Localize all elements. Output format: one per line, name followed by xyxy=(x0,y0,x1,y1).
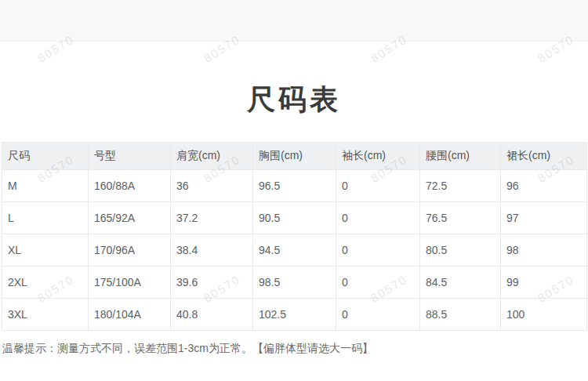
table-cell: 0 xyxy=(336,234,420,267)
column-header: 裙长(cm) xyxy=(501,143,587,170)
table-cell: 0 xyxy=(336,170,420,202)
table-row: M160/88A3696.5072.596 xyxy=(2,170,587,202)
table-cell: 102.5 xyxy=(253,299,336,331)
table-cell: L xyxy=(2,202,89,234)
column-header: 胸围(cm) xyxy=(253,143,336,170)
table-cell: 99 xyxy=(501,267,587,299)
table-cell: 38.4 xyxy=(171,234,253,267)
table-row: XL170/96A38.494.5080.598 xyxy=(2,234,587,267)
column-header: 号型 xyxy=(89,143,171,170)
table-cell: 100 xyxy=(501,299,587,331)
table-cell: 160/88A xyxy=(89,170,171,202)
table-cell: 96 xyxy=(501,170,587,202)
table-row: 2XL175/100A39.698.5084.599 xyxy=(2,267,587,299)
table-cell: 98 xyxy=(501,234,587,267)
table-cell: 2XL xyxy=(2,267,89,299)
table-cell: 98.5 xyxy=(253,267,336,299)
column-header: 袖长(cm) xyxy=(336,143,420,170)
tip-note: 温馨提示：测量方式不同，误差范围1-3cm为正常。【偏胖体型请选大一码】 xyxy=(2,342,373,356)
table-cell: 3XL xyxy=(2,299,89,331)
column-header: 腰围(cm) xyxy=(420,143,501,170)
table-cell: 76.5 xyxy=(420,202,501,234)
table-row: L165/92A37.290.5076.597 xyxy=(2,202,587,234)
table-cell: 40.8 xyxy=(171,299,253,331)
size-chart-table: 尺码号型肩宽(cm)胸围(cm)袖长(cm)腰围(cm)裙长(cm) M160/… xyxy=(2,142,587,331)
table-cell: XL xyxy=(2,234,89,267)
table-cell: 39.6 xyxy=(171,267,253,299)
table-cell: 84.5 xyxy=(420,267,501,299)
table-row: 3XL180/104A40.8102.5088.5100 xyxy=(2,299,587,331)
table-cell: 165/92A xyxy=(89,202,171,234)
table-cell: 94.5 xyxy=(253,234,336,267)
table-cell: 180/104A xyxy=(89,299,171,331)
header-row: 尺码号型肩宽(cm)胸围(cm)袖长(cm)腰围(cm)裙长(cm) xyxy=(2,143,587,170)
table-cell: 80.5 xyxy=(420,234,501,267)
table-cell: 97 xyxy=(501,202,587,234)
table-cell: 36 xyxy=(171,170,253,202)
column-header: 肩宽(cm) xyxy=(171,143,253,170)
size-chart-header: 尺码号型肩宽(cm)胸围(cm)袖长(cm)腰围(cm)裙长(cm) xyxy=(2,143,587,170)
table-cell: 0 xyxy=(336,299,420,331)
table-cell: 175/100A xyxy=(89,267,171,299)
column-header: 尺码 xyxy=(2,143,89,170)
table-cell: 170/96A xyxy=(89,234,171,267)
size-chart-body: M160/88A3696.5072.596L165/92A37.290.5076… xyxy=(2,170,587,331)
table-cell: 72.5 xyxy=(420,170,501,202)
table-cell: 37.2 xyxy=(171,202,253,234)
table-cell: 0 xyxy=(336,267,420,299)
page-title: 尺码表 xyxy=(0,81,588,119)
table-cell: 0 xyxy=(336,202,420,234)
table-cell: 90.5 xyxy=(253,202,336,234)
table-cell: 88.5 xyxy=(420,299,501,331)
table-cell: M xyxy=(2,170,89,202)
table-cell: 96.5 xyxy=(253,170,336,202)
top-banner xyxy=(0,0,588,42)
